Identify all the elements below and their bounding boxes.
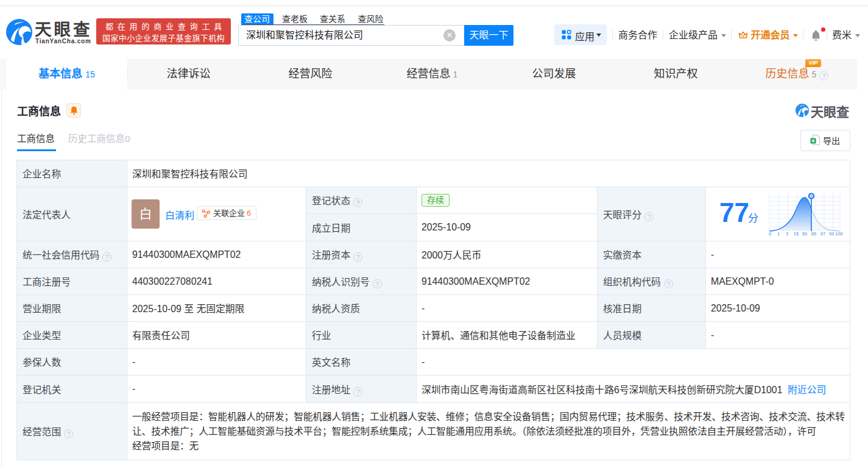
svg-text:0: 0 [769,231,771,237]
svg-text:3: 3 [786,231,788,237]
svg-text:97: 97 [820,231,825,237]
svg-text:85: 85 [811,231,816,237]
svg-text:50: 50 [802,231,807,237]
svg-text:99: 99 [829,231,834,237]
svg-text:15: 15 [794,231,799,237]
svg-text:100: 100 [835,231,843,237]
svg-text:1: 1 [777,231,780,237]
